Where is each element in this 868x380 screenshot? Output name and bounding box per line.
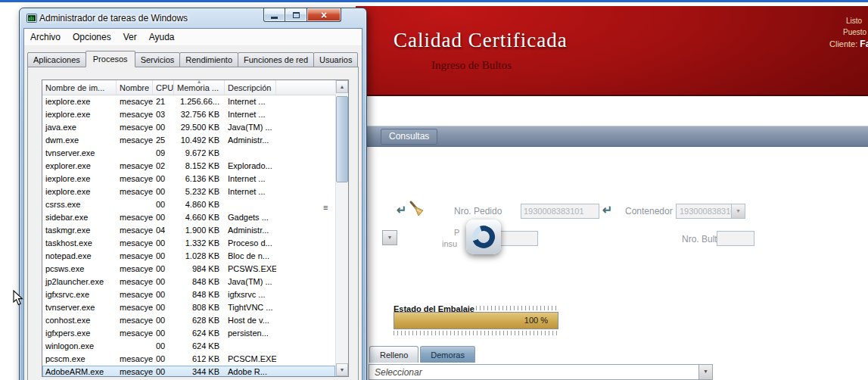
- vertical-scrollbar[interactable]: ▲ ▼: [335, 80, 348, 376]
- process-cpu: 04: [153, 224, 174, 237]
- process-cpu: 00: [153, 173, 174, 185]
- sort-arrow-icon: ▴: [198, 80, 201, 85]
- process-cpu: 00: [153, 276, 174, 288]
- process-name: notepad.exe: [42, 250, 117, 263]
- process-name: iexplore.exe: [42, 95, 117, 108]
- menu-item-consultas[interactable]: Consultas: [381, 129, 437, 145]
- process-row[interactable]: dwm.exemesacye32510.492 KBAdministr...: [42, 134, 335, 147]
- tm-tab-rendimiento[interactable]: Rendimiento: [179, 52, 238, 67]
- process-row[interactable]: tvnserver.exe099.672 KB: [42, 147, 335, 160]
- process-desc: Internet ...: [225, 95, 276, 108]
- tm-tab-usuarios[interactable]: Usuarios: [313, 52, 358, 67]
- tm-tab-procesos[interactable]: Procesos: [86, 51, 135, 67]
- process-cpu: 00: [153, 237, 174, 250]
- process-row[interactable]: explorer.exemesacye3028.152 KBExplorado.…: [42, 160, 335, 173]
- bulto-input[interactable]: [717, 231, 754, 246]
- minimize-icon: [271, 17, 278, 19]
- process-row[interactable]: tvnserver.exemesacye300808 KBTightVNC ..…: [42, 301, 335, 314]
- process-cpu: 02: [153, 160, 174, 173]
- process-row[interactable]: igfxpers.exemesacye300624 KBpersisten...: [42, 327, 335, 340]
- loading-spinner: [466, 220, 501, 254]
- screen: Calidad Certificada Ingreso de Bultos Li…: [0, 0, 868, 380]
- tm-menu-archivo[interactable]: Archivo: [24, 29, 67, 45]
- process-row[interactable]: iexplore.exemesacye3005.232 KBInternet .…: [42, 185, 335, 198]
- tm-tab-funciones-de-red[interactable]: Funciones de red: [238, 52, 314, 67]
- clean-brush-icon[interactable]: [408, 200, 426, 223]
- return-arrow-icon[interactable]: ↵: [602, 203, 612, 217]
- tm-tab-servicios[interactable]: Servicios: [135, 52, 181, 67]
- tab-demoras[interactable]: Demoras: [420, 346, 475, 363]
- embalaje-progressbar: 100 %: [394, 312, 558, 329]
- chevron-down-icon[interactable]: ▼: [698, 365, 712, 379]
- process-row[interactable]: iexplore.exemesacye30332.756 KBInternet …: [42, 108, 335, 121]
- caption-buttons: ×: [263, 8, 341, 22]
- process-user: mesacye3: [117, 160, 153, 173]
- column-header-2[interactable]: CPU: [153, 80, 174, 95]
- process-desc: igfxsrvc ...: [225, 288, 276, 301]
- process-row[interactable]: sidebar.exemesacye3004.660 KBGadgets ...: [42, 211, 335, 224]
- seleccionar-dropdown[interactable]: Seleccionar ▼: [369, 364, 713, 380]
- process-row[interactable]: taskmgr.exemesacye3041.900 KBAdministr..…: [42, 224, 335, 237]
- column-header-4[interactable]: Descripción: [225, 80, 276, 95]
- process-mem: 344 KB: [174, 366, 225, 377]
- tm-menu-ver[interactable]: Ver: [117, 29, 143, 45]
- process-mem: 1.900 KB: [174, 224, 225, 237]
- process-cpu: 00: [153, 340, 174, 353]
- column-header-0[interactable]: Nombre de im...: [42, 80, 117, 95]
- scroll-down-button[interactable]: ▼: [336, 363, 348, 376]
- process-listview: Nombre de im...Nombre ...CPUMemoria ...▴…: [42, 79, 349, 377]
- process-row[interactable]: java.exemesacye30029.500 KBJava(TM) ...: [42, 121, 335, 134]
- process-desc: Java(TM) ...: [225, 276, 276, 288]
- tm-menu-opciones[interactable]: Opciones: [67, 29, 117, 45]
- process-row[interactable]: igfxsrvc.exemesacye300848 KBigfxsrvc ...: [42, 288, 335, 301]
- chevron-down-icon[interactable]: ▼: [731, 204, 745, 218]
- process-user: mesacye3: [117, 237, 153, 250]
- process-cpu: 00: [153, 250, 174, 263]
- hidden-combobox-arrow[interactable]: ▼: [382, 230, 397, 245]
- column-header-3[interactable]: Memoria ...▴: [174, 80, 225, 95]
- tm-tab-aplicaciones[interactable]: Aplicaciones: [27, 52, 86, 67]
- process-cpu: 00: [153, 314, 174, 327]
- equals-mark-icon: ≡: [323, 203, 328, 212]
- process-row[interactable]: notepad.exemesacye3001.028 KBBloc de n..…: [42, 250, 335, 263]
- process-name: AdobeARM.exe: [42, 366, 117, 377]
- close-button[interactable]: ×: [307, 8, 341, 22]
- process-name: igfxsrvc.exe: [42, 288, 117, 301]
- process-mem: 808 KB: [174, 301, 225, 314]
- process-row[interactable]: taskhost.exemesacye3001.332 KBProceso d.…: [42, 237, 335, 250]
- process-user: mesacye3: [117, 353, 153, 366]
- process-row[interactable]: csrss.exe004.860 KB: [42, 198, 335, 211]
- return-arrow-icon[interactable]: ↵: [397, 203, 406, 217]
- tab-relleno[interactable]: Relleno: [369, 346, 418, 363]
- process-name: pcscm.exe: [42, 353, 117, 366]
- process-mem: 4.660 KB: [174, 211, 225, 224]
- process-row[interactable]: pcsws.exemesacye300984 KBPCSWS.EXE: [42, 263, 335, 276]
- process-cpu: 25: [153, 134, 174, 147]
- scrollbar-thumb[interactable]: [336, 96, 348, 182]
- process-row[interactable]: pcscm.exemesacye300612 KBPCSCM.EXE: [42, 353, 335, 366]
- process-name: sidebar.exe: [42, 211, 117, 224]
- process-mem: 8.152 KB: [174, 160, 225, 173]
- process-row[interactable]: winlogon.exe00624 KB: [42, 340, 335, 353]
- process-row[interactable]: conhost.exemesacye300628 KBHost de v...: [42, 314, 335, 327]
- maximize-button[interactable]: [285, 8, 307, 22]
- minimize-button[interactable]: [263, 8, 285, 22]
- process-cpu: 00: [153, 211, 174, 224]
- pedido-input[interactable]: [521, 204, 599, 219]
- process-name: conhost.exe: [42, 314, 117, 327]
- column-header-1[interactable]: Nombre ...: [117, 80, 153, 95]
- header-info-line-1: Listo: [846, 17, 862, 25]
- window-titlebar[interactable]: Administrador de tareas de Windows ×: [20, 8, 366, 28]
- progress-value: 100 %: [524, 316, 548, 325]
- process-row[interactable]: jp2launcher.exemesacye300848 KBJava(TM) …: [42, 276, 335, 288]
- process-mem: 848 KB: [174, 276, 225, 288]
- process-name: iexplore.exe: [42, 173, 117, 185]
- scroll-up-button[interactable]: ▲: [336, 80, 348, 93]
- contenedor-combobox[interactable]: 193000838310 ▼: [676, 204, 745, 219]
- process-mem: 612 KB: [174, 353, 225, 366]
- process-row[interactable]: iexplore.exemesacye3211.256.66...Interne…: [42, 95, 335, 108]
- column-header-filler: [276, 80, 335, 95]
- process-row[interactable]: AdobeARM.exemesacye300344 KBAdobe R...: [42, 366, 335, 377]
- tm-menu-ayuda[interactable]: Ayuda: [143, 29, 181, 45]
- process-row[interactable]: iexplore.exemesacye3006.136 KBInternet .…: [42, 173, 335, 185]
